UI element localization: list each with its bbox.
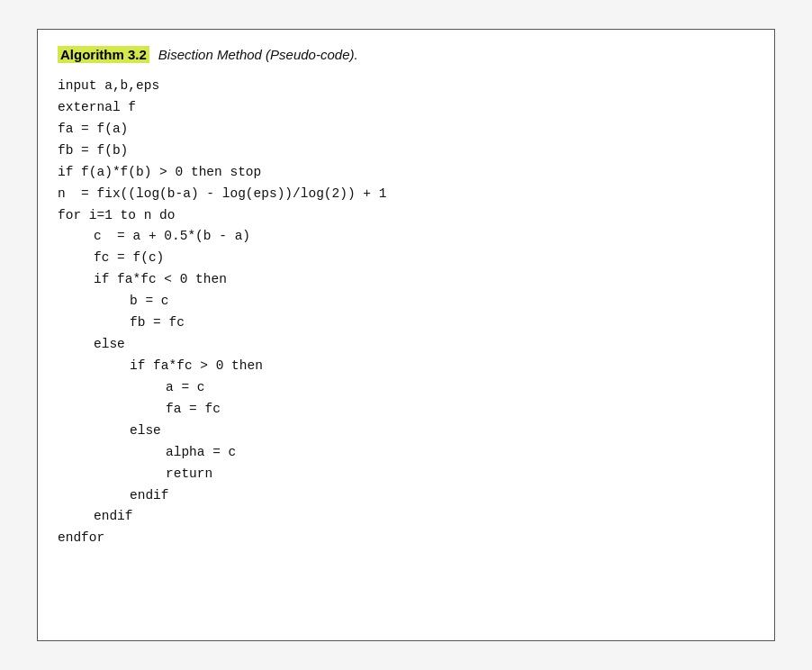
algorithm-header: Algorithm 3.2 Bisection Method (Pseudo-c… (58, 46, 754, 63)
algorithm-label: Algorithm 3.2 (58, 46, 149, 63)
code-line: else (58, 421, 754, 442)
code-line: b = c (58, 291, 754, 312)
code-line: if fa*fc > 0 then (58, 356, 754, 377)
code-line: external f (58, 97, 754, 119)
code-line: c = a + 0.5*(b - a) (58, 226, 754, 248)
code-line: fb = f(b) (58, 140, 754, 162)
code-line: fa = fc (58, 399, 754, 421)
code-line: fb = fc (58, 312, 754, 334)
code-line: return (58, 464, 754, 485)
code-line: endif (58, 506, 754, 528)
code-line: endfor (58, 528, 754, 549)
code-line: fc = f(c) (58, 248, 754, 269)
algorithm-box: Algorithm 3.2 Bisection Method (Pseudo-c… (37, 29, 775, 641)
code-line: else (58, 334, 754, 356)
code-line: a = c (58, 377, 754, 399)
page-container: Algorithm 3.2 Bisection Method (Pseudo-c… (0, 0, 812, 670)
code-line: for i=1 to n do (58, 205, 754, 227)
code-line: fa = f(a) (58, 119, 754, 140)
code-line: alpha = c (58, 442, 754, 464)
code-line: if fa*fc < 0 then (58, 269, 754, 291)
algorithm-title: Bisection Method (Pseudo-code). (158, 47, 358, 62)
code-line: if f(a)*f(b) > 0 then stop (58, 162, 754, 184)
code-line: input a,b,eps (58, 76, 754, 97)
code-line: n = fix((log(b-a) - log(eps))/log(2)) + … (58, 184, 754, 205)
code-block: input a,b,epsexternal ffa = f(a)fb = f(b… (58, 76, 754, 549)
code-line: endif (58, 485, 754, 507)
